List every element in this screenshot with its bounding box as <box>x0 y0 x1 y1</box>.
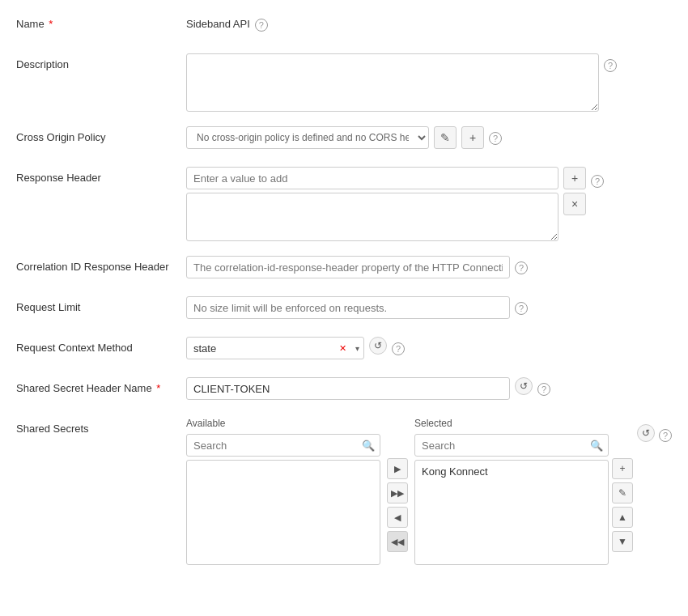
move-down-button[interactable]: ▼ <box>612 531 633 552</box>
response-header-row2: × <box>186 189 604 241</box>
move-all-left-button[interactable]: ◀◀ <box>387 531 408 552</box>
response-header-label: Response Header <box>16 167 186 184</box>
correlation-id-input[interactable] <box>186 256 510 278</box>
available-panel: Available 🔍 <box>186 418 380 565</box>
description-help-icon[interactable]: ? <box>604 59 617 72</box>
cors-edit-button[interactable]: ✎ <box>434 126 457 149</box>
selected-panel: Selected 🔍 Kong Konnect <box>414 418 609 565</box>
shared-secrets-label: Shared Secrets <box>16 418 186 435</box>
description-label: Description <box>16 53 186 70</box>
correlation-id-row: Correlation ID Response Header ? <box>16 256 672 282</box>
cors-label: Cross Origin Policy <box>16 126 186 143</box>
request-context-method-control: state ✕ ▾ ↺ ? <box>186 337 672 359</box>
selected-list-box[interactable]: Kong Konnect <box>414 460 609 565</box>
context-help-icon[interactable]: ? <box>392 342 405 355</box>
response-header-remove-button[interactable]: × <box>563 193 586 215</box>
move-left-button[interactable]: ◀ <box>387 507 408 528</box>
response-header-help-icon[interactable]: ? <box>591 175 604 188</box>
name-value: Sideband API <box>186 13 250 30</box>
shared-secret-header-name-control: ↺ ? <box>186 377 672 400</box>
response-header-input[interactable] <box>186 167 558 189</box>
move-up-button[interactable]: ▲ <box>612 507 633 528</box>
correlation-id-label: Correlation ID Response Header <box>16 256 186 273</box>
shared-secret-header-name-input[interactable] <box>186 377 510 400</box>
list-item[interactable]: Kong Konnect <box>415 462 608 481</box>
shared-secrets-row: Shared Secrets Available 🔍 ▶ ▶▶ ◀ ◀◀ <box>16 418 672 565</box>
available-search-box: 🔍 <box>186 434 380 457</box>
shared-secrets-help-icon[interactable]: ? <box>659 429 672 442</box>
response-header-control: + ? × <box>186 167 672 241</box>
cors-select[interactable]: No cross-origin policy is defined and no… <box>186 126 429 149</box>
request-limit-label: Request Limit <box>16 296 186 313</box>
response-header-col: + ? × <box>186 167 604 241</box>
selected-action-buttons: + ✎ ▲ ▼ <box>612 458 633 552</box>
context-select-clear-icon[interactable]: ✕ <box>339 343 346 354</box>
shared-secrets-control: Available 🔍 ▶ ▶▶ ◀ ◀◀ Selected <box>186 418 672 565</box>
shared-secret-header-help-icon[interactable]: ? <box>537 383 550 396</box>
available-search-input[interactable] <box>186 434 380 457</box>
description-textarea[interactable] <box>186 53 599 112</box>
shared-secret-header-name-label: Shared Secret Header Name * <box>16 377 186 394</box>
name-help-icon[interactable]: ? <box>255 19 268 32</box>
request-limit-control: ? <box>186 296 672 319</box>
transfer-buttons-group: ▶ ▶▶ ◀ ◀◀ <box>380 458 414 552</box>
request-context-method-row: Request Context Method state ✕ ▾ ↺ ? <box>16 337 672 363</box>
cors-control: No cross-origin policy is defined and no… <box>186 126 672 149</box>
response-header-row1: + ? <box>186 167 604 189</box>
name-label: Name * <box>16 13 186 30</box>
cors-add-button[interactable]: + <box>461 126 484 149</box>
response-header-row: Response Header + ? × <box>16 167 672 241</box>
correlation-id-help-icon[interactable]: ? <box>515 261 528 274</box>
selected-search-box: 🔍 <box>414 434 609 457</box>
request-limit-help-icon[interactable]: ? <box>515 302 528 315</box>
description-row: Description ? <box>16 53 672 112</box>
response-header-add-button[interactable]: + <box>563 167 586 189</box>
request-limit-input[interactable] <box>186 296 510 319</box>
available-list-box[interactable] <box>186 460 380 565</box>
correlation-id-control: ? <box>186 256 672 278</box>
shared-secret-header-reset-icon[interactable]: ↺ <box>515 377 533 395</box>
selected-search-input[interactable] <box>414 434 609 457</box>
move-all-right-button[interactable]: ▶▶ <box>387 482 408 503</box>
response-header-textarea[interactable] <box>186 193 558 241</box>
shared-secrets-dual-list: Available 🔍 ▶ ▶▶ ◀ ◀◀ Selected <box>186 418 672 565</box>
request-context-method-label: Request Context Method <box>16 337 186 354</box>
move-right-button[interactable]: ▶ <box>387 458 408 479</box>
cors-row: Cross Origin Policy No cross-origin poli… <box>16 126 672 152</box>
request-limit-row: Request Limit ? <box>16 296 672 322</box>
description-control: ? <box>186 53 672 112</box>
context-select[interactable]: state <box>186 337 364 359</box>
shared-secret-header-name-row: Shared Secret Header Name * ↺ ? <box>16 377 672 403</box>
name-row: Name * Sideband API ? <box>16 13 672 39</box>
cors-help-icon[interactable]: ? <box>489 132 502 145</box>
available-label: Available <box>186 418 380 429</box>
add-selected-button[interactable]: + <box>612 458 633 479</box>
context-reset-icon[interactable]: ↺ <box>369 337 387 355</box>
selected-label: Selected <box>414 418 609 429</box>
context-select-wrapper: state ✕ ▾ <box>186 337 364 359</box>
shared-secrets-right-icons: ↺ ? <box>637 423 672 442</box>
shared-secrets-reset-icon[interactable]: ↺ <box>637 424 655 442</box>
name-control: Sideband API ? <box>186 13 672 32</box>
edit-selected-button[interactable]: ✎ <box>612 482 633 503</box>
